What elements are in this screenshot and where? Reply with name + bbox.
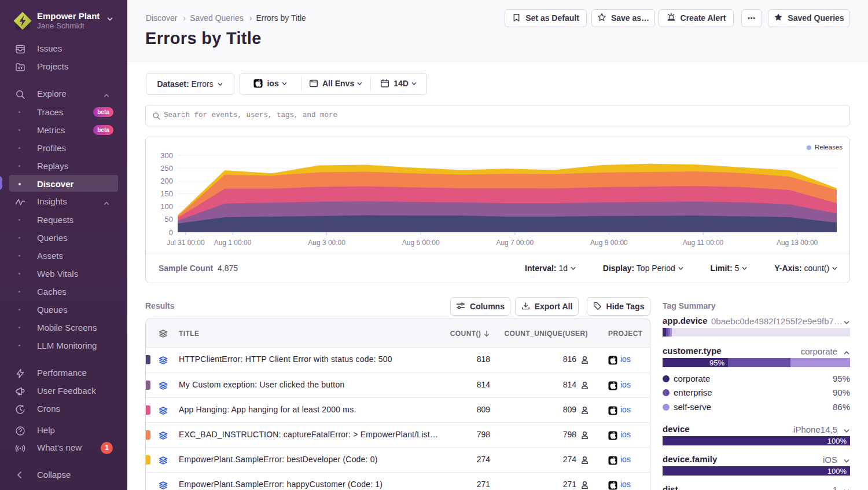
svg-text:200: 200 xyxy=(160,177,173,185)
svg-text:150: 150 xyxy=(160,189,173,198)
svg-text:Aug 9 00:00: Aug 9 00:00 xyxy=(590,239,628,247)
svg-text:Aug 5 00:00: Aug 5 00:00 xyxy=(402,239,440,247)
svg-text:Jul 31 00:00: Jul 31 00:00 xyxy=(167,239,205,247)
svg-text:Aug 13 00:00: Aug 13 00:00 xyxy=(777,239,818,247)
svg-text:100: 100 xyxy=(160,202,173,211)
svg-text:Aug 1 00:00: Aug 1 00:00 xyxy=(214,239,252,247)
svg-text:0: 0 xyxy=(169,228,173,237)
svg-text:300: 300 xyxy=(160,151,173,160)
svg-text:Aug 11 00:00: Aug 11 00:00 xyxy=(683,239,724,247)
svg-text:250: 250 xyxy=(160,164,173,173)
svg-text:50: 50 xyxy=(165,215,173,224)
svg-text:Aug 3 00:00: Aug 3 00:00 xyxy=(308,239,345,247)
svg-text:Aug 7 00:00: Aug 7 00:00 xyxy=(496,239,534,247)
